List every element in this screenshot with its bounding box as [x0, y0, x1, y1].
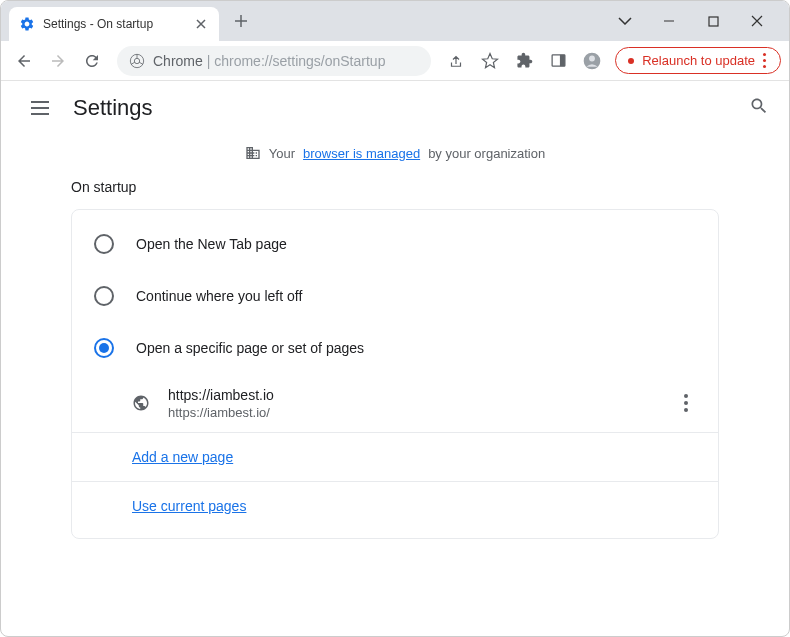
relaunch-label: Relaunch to update	[642, 53, 755, 68]
profile-icon[interactable]	[577, 46, 607, 76]
address-bar[interactable]: Chrome | chrome://settings/onStartup	[117, 46, 431, 76]
reload-button[interactable]	[77, 46, 107, 76]
settings-header: Settings	[1, 81, 789, 135]
sidepanel-icon[interactable]	[543, 46, 573, 76]
add-page-row: Add a new page	[72, 432, 718, 481]
globe-icon	[132, 394, 150, 412]
relaunch-button[interactable]: Relaunch to update	[615, 47, 781, 74]
browser-tab[interactable]: Settings - On startup	[9, 7, 219, 41]
omnibox-url: chrome://settings/onStartup	[214, 53, 385, 69]
close-tab-button[interactable]	[193, 16, 209, 32]
radio-icon	[94, 286, 114, 306]
use-current-link[interactable]: Use current pages	[132, 498, 246, 514]
omnibox-domain: Chrome	[153, 53, 203, 69]
radio-icon-selected	[94, 338, 114, 358]
chevron-down-icon[interactable]	[613, 17, 637, 25]
svg-point-6	[589, 55, 595, 61]
managed-notice: Your browser is managed by your organiza…	[1, 135, 789, 179]
extensions-icon[interactable]	[509, 46, 539, 76]
startup-page-entry: https://iambest.io https://iambest.io/	[72, 374, 718, 432]
gear-icon	[19, 16, 35, 32]
close-window-button[interactable]	[745, 15, 769, 27]
section-title: On startup	[1, 179, 789, 209]
menu-button[interactable]	[31, 101, 49, 115]
forward-button[interactable]	[43, 46, 73, 76]
bookmark-icon[interactable]	[475, 46, 505, 76]
tab-title: Settings - On startup	[43, 17, 193, 31]
page-text: https://iambest.io https://iambest.io/	[168, 387, 676, 420]
window-controls	[613, 15, 789, 27]
radio-new-tab[interactable]: Open the New Tab page	[72, 218, 718, 270]
radio-continue[interactable]: Continue where you left off	[72, 270, 718, 322]
svg-rect-4	[560, 55, 565, 66]
page-entry-title: https://iambest.io	[168, 387, 676, 403]
svg-point-2	[134, 58, 139, 63]
back-button[interactable]	[9, 46, 39, 76]
managed-prefix: Your	[269, 146, 295, 161]
omnibox-path: |	[203, 53, 214, 69]
page-more-button[interactable]	[676, 386, 696, 420]
menu-dots-icon	[763, 53, 766, 68]
managed-suffix: by your organization	[428, 146, 545, 161]
share-icon[interactable]	[441, 46, 471, 76]
startup-card: Open the New Tab page Continue where you…	[71, 209, 719, 539]
search-button[interactable]	[749, 96, 769, 120]
radio-specific-pages[interactable]: Open a specific page or set of pages	[72, 322, 718, 374]
maximize-button[interactable]	[701, 16, 725, 27]
new-tab-button[interactable]	[227, 7, 255, 35]
minimize-button[interactable]	[657, 15, 681, 27]
managed-link[interactable]: browser is managed	[303, 146, 420, 161]
chrome-icon	[129, 53, 145, 69]
radio-label: Continue where you left off	[136, 288, 302, 304]
titlebar: Settings - On startup	[1, 1, 789, 41]
use-current-row: Use current pages	[72, 481, 718, 530]
page-content: Settings Your browser is managed by your…	[1, 81, 789, 539]
building-icon	[245, 145, 261, 161]
radio-icon	[94, 234, 114, 254]
update-dot-icon	[628, 58, 634, 64]
toolbar: Chrome | chrome://settings/onStartup Rel…	[1, 41, 789, 81]
page-entry-url: https://iambest.io/	[168, 405, 676, 420]
svg-rect-0	[709, 17, 718, 26]
add-page-link[interactable]: Add a new page	[132, 449, 233, 465]
radio-label: Open a specific page or set of pages	[136, 340, 364, 356]
page-title: Settings	[73, 95, 153, 121]
radio-label: Open the New Tab page	[136, 236, 287, 252]
